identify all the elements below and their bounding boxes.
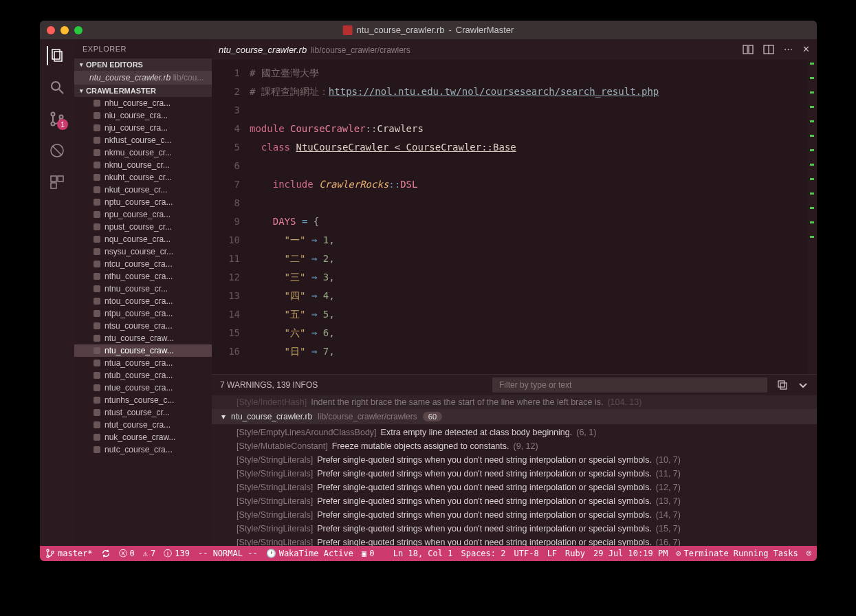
file-item-label: ntue_course_cra... <box>105 383 173 393</box>
minimap[interactable] <box>807 60 817 374</box>
file-item-label: ntust_course_cr... <box>105 408 170 417</box>
wakatime-status[interactable]: 🕐 WakaTime Active <box>266 549 353 558</box>
file-item[interactable]: niu_course_cra... <box>74 109 212 122</box>
split-diff-icon[interactable] <box>743 44 754 55</box>
close-tab-icon[interactable]: ✕ <box>802 44 810 55</box>
problems-file-header[interactable]: ▾ ntu_course_crawler.rb lib/course_crawl… <box>212 409 817 424</box>
file-item[interactable]: ntub_course_cra... <box>74 369 212 382</box>
problem-item[interactable]: [Style/StringLiterals] Prefer single-quo… <box>212 453 817 467</box>
problem-item[interactable]: [Style/StringLiterals] Prefer single-quo… <box>212 522 817 536</box>
problem-item[interactable]: [Style/StringLiterals] Prefer single-quo… <box>212 536 817 546</box>
git-branch-status[interactable]: master* <box>45 549 93 558</box>
file-item[interactable]: ntut_course_cra... <box>74 419 212 431</box>
cursor-position-status[interactable]: Ln 18, Col 1 <box>393 549 453 558</box>
file-item[interactable]: nptu_course_cra... <box>74 196 212 208</box>
problem-item[interactable]: [Style/StringLiterals] Prefer single-quo… <box>212 481 817 494</box>
collapse-all-icon[interactable] <box>777 380 788 390</box>
file-item-label: nkut_course_cr... <box>105 185 167 195</box>
search-tab-icon[interactable] <box>47 78 67 97</box>
explorer-tab-icon[interactable] <box>47 46 66 65</box>
problem-item[interactable]: [Style/StringLiterals] Prefer single-quo… <box>212 494 817 508</box>
code-content[interactable]: # 國立臺灣大學 # 課程查詢網址：https://nol.ntu.edu.tw… <box>250 60 807 374</box>
file-item-label: nthu_course_cra... <box>105 272 173 281</box>
minimize-window-button[interactable] <box>61 26 69 34</box>
window-title: ntu_course_crawler.rb - CrawlerMaster <box>343 25 514 35</box>
file-item[interactable]: nthu_course_cra... <box>74 270 212 283</box>
svg-line-3 <box>59 89 63 94</box>
debug-tab-icon[interactable] <box>47 141 67 160</box>
file-item[interactable]: ntu_course_craw... <box>74 332 212 344</box>
problems-filter-input[interactable] <box>492 377 767 393</box>
file-item[interactable]: ntcu_course_cra... <box>74 258 212 270</box>
tabs-status[interactable]: ▣ 0 <box>362 549 374 558</box>
git-sync-status[interactable] <box>101 549 111 558</box>
file-item[interactable]: nhu_course_cra... <box>74 97 212 109</box>
code-editor[interactable]: 12345678910111213141516 # 國立臺灣大學 # 課程查詢網… <box>212 60 817 374</box>
file-item-label: ntcu_course_cra... <box>105 259 173 269</box>
problem-item[interactable]: [Style/StringLiterals] Prefer single-quo… <box>212 508 817 522</box>
ruby-file-icon <box>94 421 100 428</box>
file-item[interactable]: nkut_course_cr... <box>74 184 212 196</box>
file-item-label: nknu_course_cr... <box>105 160 170 170</box>
problem-item[interactable]: [Style/EmptyLinesAroundClassBody] Extra … <box>212 426 817 439</box>
file-item[interactable]: ntua_course_cra... <box>74 357 212 369</box>
file-item[interactable]: nutc_course_cra... <box>74 443 212 456</box>
file-item[interactable]: nkmu_course_cr... <box>74 146 212 159</box>
file-item-label: nkmu_course_cr... <box>105 148 172 157</box>
file-item[interactable]: ntou_course_cra... <box>74 295 212 307</box>
file-item[interactable]: nsysu_course_cr... <box>74 245 212 258</box>
file-item-label: ntpu_course_cra... <box>105 309 173 318</box>
eol-status[interactable]: LF <box>547 549 557 558</box>
problem-item-faded[interactable]: [Style/IndentHash] Indent the right brac… <box>212 395 817 409</box>
terminate-tasks-status[interactable]: ⊘ Terminate Running Tasks <box>676 549 798 558</box>
file-item[interactable]: ntunhs_course_c... <box>74 394 212 406</box>
file-item[interactable]: nqu_course_cra... <box>74 233 212 245</box>
ruby-file-icon <box>94 384 100 391</box>
active-tab[interactable]: ntu_course_crawler.rb lib/course_crawler… <box>219 45 410 55</box>
ruby-file-icon <box>94 446 100 453</box>
language-status[interactable]: Ruby <box>565 549 585 558</box>
indentation-status[interactable]: Spaces: 2 <box>461 549 505 558</box>
file-item-label: ntnu_course_cr... <box>105 284 168 294</box>
split-editor-icon[interactable] <box>763 44 774 55</box>
file-item[interactable]: npu_course_cra... <box>74 208 212 221</box>
file-item[interactable]: ntust_course_cr... <box>74 406 212 419</box>
warning-count-status[interactable]: ⚠ 7 <box>143 549 155 558</box>
file-item[interactable]: npust_course_cr... <box>74 221 212 233</box>
close-window-button[interactable] <box>47 26 55 34</box>
zoom-window-button[interactable] <box>74 26 83 34</box>
problems-list: [Style/EmptyLinesAroundClassBody] Extra … <box>212 424 817 546</box>
file-item[interactable]: nknu_course_cr... <box>74 159 212 171</box>
file-item[interactable]: ntsu_course_cra... <box>74 320 212 332</box>
file-item[interactable]: ntnu_course_cr... <box>74 283 212 295</box>
file-item[interactable]: nkfust_course_c... <box>74 134 212 146</box>
tab-filename: ntu_course_crawler.rb <box>219 45 307 55</box>
file-item[interactable]: ntpu_course_cra... <box>74 307 212 320</box>
open-editors-section[interactable]: OPEN EDITORS <box>74 58 212 71</box>
file-item[interactable]: ntu_course_craw... <box>74 344 212 357</box>
svg-rect-17 <box>780 383 787 389</box>
file-item[interactable]: nkuht_course_cr... <box>74 171 212 184</box>
feedback-icon[interactable]: ☺ <box>806 549 811 558</box>
ruby-file-icon <box>94 335 100 342</box>
problem-item[interactable]: [Style/StringLiterals] Prefer single-quo… <box>212 467 817 481</box>
file-item-label: ntu_course_craw... <box>105 333 174 343</box>
explorer-sidebar: EXPLORER OPEN EDITORS ntu_course_crawler… <box>74 39 212 546</box>
error-count-status[interactable]: ⓧ 0 <box>119 548 135 560</box>
source-control-tab-icon[interactable]: 1 <box>47 109 67 129</box>
info-count-status[interactable]: ⓘ 139 <box>164 548 190 560</box>
ruby-file-icon <box>94 124 100 131</box>
more-actions-icon[interactable]: ⋯ <box>784 44 793 55</box>
extensions-tab-icon[interactable] <box>47 173 67 192</box>
file-item[interactable]: nuk_course_craw... <box>74 431 212 443</box>
file-item[interactable]: ntue_course_cra... <box>74 382 212 394</box>
activity-bar: 1 <box>40 39 74 546</box>
problem-item[interactable]: [Style/MutableConstant] Freeze mutable o… <box>212 439 817 453</box>
file-item-label: npu_course_cra... <box>105 210 171 219</box>
open-editor-item[interactable]: ntu_course_crawler.rb lib/cou... <box>74 71 212 85</box>
file-item[interactable]: nju_course_cra... <box>74 122 212 134</box>
encoding-status[interactable]: UTF-8 <box>514 549 539 558</box>
chevron-down-icon[interactable] <box>798 380 809 390</box>
file-item-label: nutc_course_cra... <box>105 445 173 454</box>
project-section[interactable]: CRAWLERMASTER <box>74 85 212 97</box>
